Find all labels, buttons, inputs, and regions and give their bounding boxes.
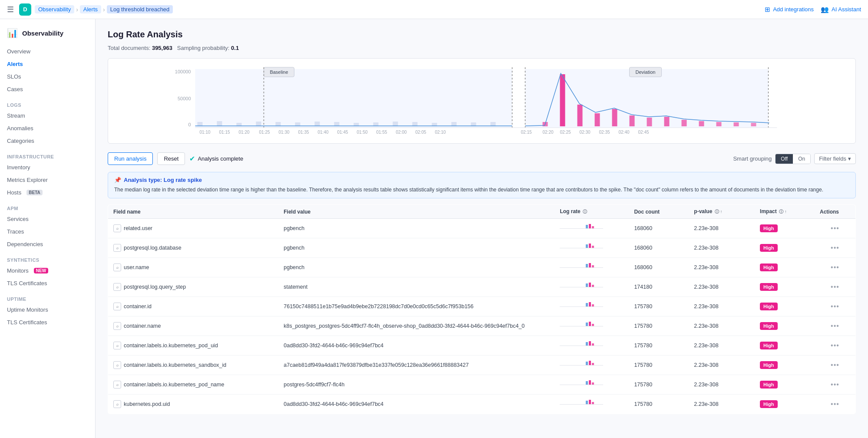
sidebar-item-traces[interactable]: Traces [0,225,95,238]
p-value-cell-4: 2.23e-308 [689,297,755,316]
add-integrations-button[interactable]: ⊞ Add integrations [765,6,814,13]
sidebar-item-services[interactable]: Services [0,213,95,225]
svg-rect-74 [589,263,591,267]
sidebar-item-stream[interactable]: Stream [0,109,95,122]
row-actions-button-4[interactable]: ••• [831,303,839,310]
log-rate-cell-8 [554,375,629,395]
svg-rect-3 [195,69,512,128]
doc-count-cell-7: 175780 [629,356,689,375]
doc-count-cell-2: 168060 [629,258,689,277]
svg-rect-96 [560,385,603,385]
actions-cell-7: ••• [815,356,856,375]
impact-cell-8: High [755,375,815,395]
sidebar-item-alerts[interactable]: Alerts [0,58,95,70]
impact-badge-9: High [760,400,777,408]
row-actions-button-6[interactable]: ••• [831,342,839,349]
svg-rect-80 [560,306,603,307]
svg-rect-100 [560,404,603,405]
svg-text:02:30: 02:30 [580,130,591,135]
breadcrumb-alerts[interactable]: Alerts [80,5,101,13]
row-actions-button-0[interactable]: ••• [831,224,839,232]
impact-cell-5: High [755,316,815,336]
ai-assistant-button[interactable]: 👥 AI Assistant [821,6,861,13]
breadcrumb-observability[interactable]: Observability [35,5,74,13]
p-value-cell-2: 2.23e-308 [689,258,755,277]
row-actions-button-7[interactable]: ••• [831,361,839,369]
svg-rect-35 [647,118,652,126]
sidebar-item-metrics-explorer[interactable]: Metrics Explorer [0,174,95,186]
sidebar-item-uptime-monitors[interactable]: Uptime Monitors [0,303,95,316]
controls-row: Run analysis Reset ✔ Analysis complete S… [108,152,856,165]
svg-rect-75 [592,265,594,267]
sidebar-item-overview[interactable]: Overview [0,45,95,58]
field-value-cell-3: statement [278,277,554,297]
doc-count-cell-4: 175780 [629,297,689,316]
observability-logo-icon: 📊 [7,28,18,38]
meta-row: Total documents: 395,963 Sampling probab… [108,45,856,51]
smart-grouping-toggle[interactable]: Off On [775,154,811,164]
log-rate-cell-6 [554,336,629,356]
table-body: ⌕ related.user pgbench 168060 2.23e-308 … [108,219,856,414]
toggle-off-button[interactable]: Off [776,154,793,164]
col-header-doc-count: Doc count [629,205,689,219]
impact-cell-3: High [755,277,815,297]
svg-rect-37 [682,120,687,126]
impact-cell-6: High [755,336,815,356]
svg-rect-32 [595,113,600,126]
sidebar-item-tls-synthetics[interactable]: TLS Certificates [0,277,95,290]
sidebar-item-dependencies[interactable]: Dependencies [0,238,95,250]
sidebar-item-categories[interactable]: Categories [0,135,95,147]
row-actions-button-3[interactable]: ••• [831,283,839,291]
run-analysis-button[interactable]: Run analysis [108,152,153,165]
field-value-cell-0: pgbench [278,219,554,238]
svg-rect-90 [589,341,591,346]
topbar-right: ⊞ Add integrations 👥 AI Assistant [765,6,861,13]
doc-count-cell-0: 168060 [629,219,689,238]
actions-cell-1: ••• [815,238,856,258]
impact-badge-2: High [760,263,777,271]
sidebar-item-monitors[interactable]: Monitors NEW [0,264,95,277]
impact-badge-4: High [760,303,777,310]
log-rate-sparkline-7 [560,359,603,371]
svg-text:0: 0 [188,122,191,127]
svg-rect-64 [560,228,603,229]
row-actions-button-8[interactable]: ••• [831,381,839,389]
toggle-on-button[interactable]: On [793,154,810,164]
impact-badge-0: High [760,224,777,232]
svg-text:02:25: 02:25 [560,130,571,135]
sidebar-section-uptime: Uptime [0,292,95,303]
sidebar-item-cases[interactable]: Cases [0,83,95,96]
sidebar-item-anomalies[interactable]: Anomalies [0,122,95,135]
svg-rect-85 [586,323,588,326]
svg-rect-36 [664,117,670,126]
sidebar-item-slos[interactable]: SLOs [0,70,95,83]
svg-text:Deviation: Deviation [636,69,656,75]
check-icon: ✔ [189,155,195,163]
row-actions-button-5[interactable]: ••• [831,322,839,330]
sidebar-item-tls-uptime[interactable]: TLS Certificates [0,316,95,329]
field-value-cell-8: postgres-5dc4ff9cf7-flc4h [278,375,554,395]
hamburger-icon[interactable]: ☰ [7,5,14,14]
svg-rect-89 [586,342,588,346]
sidebar-section-logs: Logs [0,98,95,109]
sidebar-section-synthetics: Synthetics [0,253,95,264]
reset-button[interactable]: Reset [157,152,185,165]
sidebar-item-hosts[interactable]: Hosts BETA [0,186,95,199]
doc-count-cell-8: 175780 [629,375,689,395]
filter-fields-button[interactable]: Filter fields ▾ [814,153,856,164]
field-name-cell-1: ⌕ postgresql.log.database [108,238,279,258]
row-actions-button-9[interactable]: ••• [831,400,839,408]
field-value-cell-7: a7caeb81df949a4da817fe93879dfbe31e337fe0… [278,356,554,375]
svg-rect-82 [589,302,591,306]
svg-text:01:45: 01:45 [337,130,348,135]
row-actions-button-2[interactable]: ••• [831,263,839,271]
field-value-cell-4: 76150c7488511e1b75e9ad4b9ebe2b7228198dc7… [278,297,554,316]
log-rate-cell-1 [554,238,629,258]
col-header-field-value: Field value [278,205,554,219]
p-value-cell-0: 2.23e-308 [689,219,755,238]
sidebar-item-inventory[interactable]: Inventory [0,161,95,174]
svg-text:01:25: 01:25 [259,130,270,135]
svg-rect-39 [716,122,722,126]
avatar: D [19,3,31,16]
row-actions-button-1[interactable]: ••• [831,244,839,252]
